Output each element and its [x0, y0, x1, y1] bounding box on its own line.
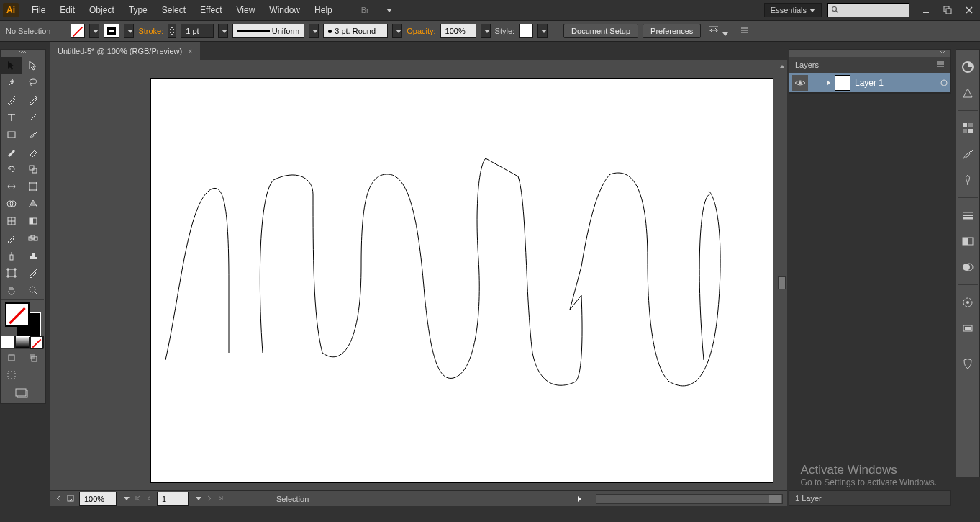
artboard-first[interactable] [134, 495, 141, 503]
zoom-tool[interactable] [22, 282, 44, 299]
horizontal-scrollbar[interactable] [596, 494, 783, 504]
magic-wand-tool[interactable] [1, 74, 22, 91]
menu-type[interactable]: Type [122, 0, 155, 20]
rectangle-tool[interactable] [1, 126, 22, 143]
blend-tool[interactable] [22, 230, 44, 247]
hand-tool[interactable] [1, 282, 22, 299]
draw-normal-icon[interactable] [1, 349, 22, 366]
stroke-weight[interactable]: 1 pt [181, 24, 214, 38]
canvas-viewport[interactable] [50, 60, 787, 506]
eraser-tool[interactable] [22, 143, 44, 161]
menu-view[interactable]: View [230, 0, 263, 20]
fill-flyout[interactable] [89, 24, 99, 38]
swatches-panel-icon[interactable] [959, 120, 976, 137]
document-tab[interactable]: Untitled-5* @ 100% (RGB/Preview) × [50, 42, 200, 60]
opacity-value[interactable]: 100% [440, 24, 476, 38]
fill-stroke-indicator[interactable] [1, 300, 44, 336]
expand-layer-icon[interactable] [827, 80, 830, 86]
panel-collapse[interactable] [789, 50, 950, 57]
layer-name[interactable]: Layer 1 [855, 78, 884, 88]
window-maximize[interactable] [937, 2, 958, 18]
curvature-tool[interactable] [22, 91, 44, 109]
menu-edit[interactable]: Edit [53, 0, 82, 20]
draw-inside-icon[interactable] [1, 366, 22, 384]
window-close[interactable] [958, 2, 980, 18]
vertical-scrollbar[interactable] [776, 60, 787, 506]
slice-tool[interactable] [22, 264, 44, 282]
artboard-next[interactable] [206, 495, 213, 503]
profile-dropdown[interactable] [309, 24, 319, 38]
search-input[interactable] [827, 3, 909, 17]
shape-builder-tool[interactable] [1, 195, 22, 212]
menu-effect[interactable]: Effect [193, 0, 229, 20]
align-to-icon[interactable] [705, 24, 731, 37]
window-minimize[interactable] [915, 2, 937, 18]
column-graph-tool[interactable] [22, 247, 44, 264]
brushes-panel-icon[interactable] [959, 145, 976, 163]
controlbar-menu-icon[interactable] [740, 25, 750, 37]
free-transform-tool[interactable] [22, 178, 44, 195]
color-mode-none[interactable] [30, 336, 44, 348]
color-mode-gradient[interactable] [15, 336, 30, 348]
line-tool[interactable] [22, 109, 44, 126]
direct-selection-tool[interactable] [22, 57, 44, 74]
libraries-panel-icon[interactable] [959, 355, 976, 372]
menu-select[interactable]: Select [155, 0, 193, 20]
opacity-dropdown[interactable] [481, 24, 491, 38]
lasso-tool[interactable] [22, 74, 44, 91]
status-export-icon[interactable] [66, 494, 75, 504]
preferences-button[interactable]: Preferences [643, 24, 701, 38]
appearance-panel-icon[interactable] [959, 294, 976, 311]
artboard-last[interactable] [217, 495, 224, 503]
target-icon[interactable] [940, 79, 948, 86]
color-mode-solid[interactable] [1, 336, 15, 348]
stroke-profile[interactable]: Uniform [232, 24, 304, 38]
rotate-tool[interactable] [1, 161, 22, 178]
symbols-panel-icon[interactable] [959, 171, 976, 189]
draw-behind-icon[interactable] [22, 349, 44, 366]
artboard-number[interactable]: 1 [157, 492, 189, 506]
menu-object[interactable]: Object [82, 0, 122, 20]
fill-swatch[interactable] [71, 24, 85, 38]
brush-dropdown[interactable] [392, 24, 402, 38]
arrange-docs-icon[interactable] [376, 0, 399, 20]
stroke-panel-icon[interactable] [959, 207, 976, 224]
gradient-panel-icon[interactable] [959, 233, 976, 250]
type-tool[interactable] [1, 109, 22, 126]
artboard-prev[interactable] [145, 495, 153, 503]
scrollbar-thumb[interactable] [778, 276, 786, 289]
width-tool[interactable] [1, 178, 22, 195]
toolbox-collapse[interactable] [1, 50, 44, 57]
color-guide-panel-icon[interactable] [959, 84, 976, 102]
status-flyout[interactable] [578, 496, 581, 502]
screen-mode-toggle[interactable] [1, 384, 44, 403]
scale-tool[interactable] [22, 161, 44, 178]
zoom-level[interactable]: 100% [79, 492, 117, 506]
color-panel-icon[interactable] [959, 58, 976, 76]
workspace-switcher[interactable]: Essentials [764, 3, 822, 17]
menu-help[interactable]: Help [307, 0, 340, 20]
close-tab-icon[interactable]: × [188, 47, 192, 55]
zoom-dropdown[interactable] [124, 497, 130, 500]
eyedropper-tool[interactable] [1, 230, 22, 247]
pen-tool[interactable] [1, 91, 22, 109]
brush-def[interactable]: 3 pt. Round [323, 24, 388, 38]
mesh-tool[interactable] [1, 212, 22, 230]
stroke-weight-dropdown[interactable] [218, 24, 228, 38]
bridge-icon[interactable]: Br [354, 0, 376, 20]
pencil-tool[interactable] [1, 143, 22, 161]
menu-window[interactable]: Window [262, 0, 307, 20]
status-nav-left[interactable] [55, 495, 62, 503]
gpu-icon[interactable] [399, 0, 414, 20]
stroke-weight-stepper[interactable] [168, 24, 176, 38]
transparency-panel-icon[interactable] [959, 258, 976, 276]
gradient-tool[interactable] [22, 212, 44, 230]
selection-tool[interactable] [1, 57, 22, 74]
stroke-swatch[interactable] [104, 24, 119, 38]
artboard[interactable] [151, 79, 773, 482]
style-dropdown[interactable] [537, 24, 548, 38]
artboard-dropdown[interactable] [196, 497, 201, 500]
artboard-tool[interactable] [1, 264, 22, 282]
panel-menu-icon[interactable] [936, 60, 945, 69]
paintbrush-tool[interactable] [22, 126, 44, 143]
